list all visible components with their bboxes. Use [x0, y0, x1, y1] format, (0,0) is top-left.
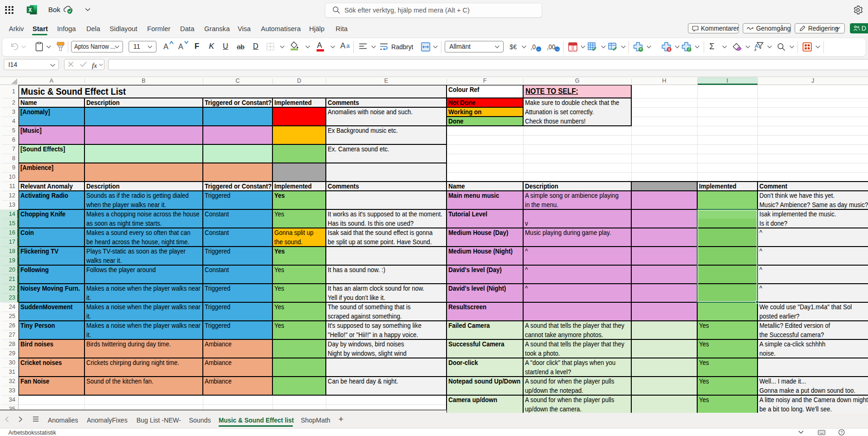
svg-text:+: +	[640, 47, 642, 52]
svg-text:?: ?	[840, 430, 842, 435]
svg-text:x: x	[668, 47, 670, 52]
